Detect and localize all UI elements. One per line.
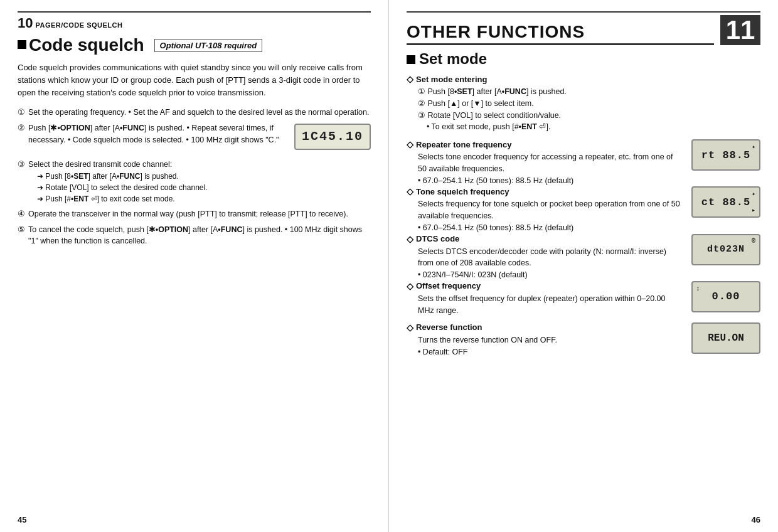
lcd-reverse: REU.ON bbox=[691, 322, 760, 354]
step-2: ② Push [✱•OPTION] after [A•FUNC] is push… bbox=[18, 122, 371, 155]
section-title-left: Code squelch bbox=[18, 35, 144, 55]
tone-squelch-text: ◇ Tone squelch frequency Selects frequen… bbox=[407, 186, 681, 233]
step-3-text: Select the desired transmit code channel… bbox=[28, 160, 172, 169]
set-mode-title: Set mode bbox=[407, 50, 760, 68]
step-3: ③ Select the desired transmit code chann… bbox=[18, 159, 371, 205]
dtcs-label: DTCS code bbox=[416, 234, 459, 243]
lcd-content-1: rt 88.5 bbox=[701, 149, 750, 161]
step-num-1: ① bbox=[18, 107, 26, 119]
step-2-content: Push [✱•OPTION] after [A•FUNC] is pushed… bbox=[28, 122, 371, 155]
intro-text: Code squelch provides communications wit… bbox=[18, 61, 371, 99]
page-num-left: 10 bbox=[18, 15, 33, 31]
page-footer-left: 45 bbox=[18, 515, 26, 524]
dtcs-text: ◇ DTCS code Selects DTCS encoder/decoder… bbox=[407, 234, 681, 281]
lcd-prefix-5: ↕ bbox=[696, 285, 701, 292]
offset-text: ◇ Offset frequency Sets the offset frequ… bbox=[407, 281, 681, 317]
set-mode-entering-body: ① Push [8•SET] after [A•FUNC] is pushed.… bbox=[418, 86, 760, 133]
step-5-content: To cancel the code squelch, push [✱•OPTI… bbox=[28, 224, 371, 248]
step-2-text: Push [✱•OPTION] after [A•FUNC] is pushed… bbox=[28, 124, 184, 132]
repeater-tone-text: ◇ Repeater tone frequency Selects tone e… bbox=[407, 139, 681, 186]
step-num-5: ⑤ bbox=[18, 224, 26, 236]
lcd-content-3: dt023N bbox=[707, 244, 745, 255]
reverse-note: • Default: OFF bbox=[418, 346, 681, 358]
offset-section: ◇ Offset frequency Sets the offset frequ… bbox=[407, 281, 760, 317]
offset-body: Sets the offset frequency for duplex (re… bbox=[418, 293, 681, 317]
diamond-icon-3: ◇ bbox=[407, 186, 413, 196]
right-page: OTHER FUNCTIONS 11 Set mode ◇ Set mode e… bbox=[389, 0, 778, 532]
lcd-blink-2: ▸ bbox=[752, 206, 756, 214]
step-2-row: ② Push [✱•OPTION] after [A•FUNC] is push… bbox=[18, 122, 371, 155]
repeater-tone-section: ◇ Repeater tone frequency Selects tone e… bbox=[407, 139, 760, 186]
tone-squelch-lcd-col: ✦ ▸ ct 88.5 bbox=[691, 186, 760, 223]
step-3-content: Select the desired transmit code channel… bbox=[28, 159, 208, 205]
sme-item-2: ② Push [▲] or [▼] to select item. bbox=[418, 98, 760, 110]
step-3-arrow-2: ➜ Rotate [VOL] to select the desired cod… bbox=[28, 182, 208, 193]
page-category: PAGER/CODE SQUELCH bbox=[35, 21, 122, 29]
chapter-title: OTHER FUNCTIONS bbox=[407, 22, 714, 45]
dtcs-note: • 023N/I–754N/I: 023N (default) bbox=[418, 269, 681, 281]
chapter-num-box: 11 bbox=[720, 15, 760, 45]
lcd-star-2: ✦ bbox=[752, 190, 756, 198]
top-rule-right bbox=[407, 11, 760, 13]
page-footer-right: 46 bbox=[752, 515, 760, 524]
diamond-icon-6: ◇ bbox=[407, 322, 413, 332]
dtcs-title: ◇ DTCS code bbox=[407, 234, 681, 244]
step-1: ① Set the operating frequency. • Set the… bbox=[18, 107, 371, 119]
diamond-icon-1: ◇ bbox=[407, 74, 413, 84]
tone-squelch-label: Tone squelch frequency bbox=[416, 187, 509, 196]
step-2-sub-3: • 100 MHz digit shows "C." bbox=[186, 136, 279, 144]
lcd-content-2: ct 88.5 bbox=[701, 196, 750, 208]
reverse-lcd-col: REU.ON bbox=[691, 322, 760, 359]
repeater-tone-body: Selects tone encoder frequency for acces… bbox=[418, 151, 681, 186]
dtcs-lcd-col: ® dt023N bbox=[691, 234, 760, 270]
lcd-dtcs: ® dt023N bbox=[691, 234, 760, 265]
top-rule-left bbox=[18, 11, 371, 13]
step-1-text: Set the operating frequency. bbox=[28, 108, 126, 117]
step-2-sub-2: • Code squelch mode is selected. bbox=[68, 136, 184, 144]
tone-squelch-body: Selects frequency for tone squelch or po… bbox=[418, 198, 681, 233]
tone-squelch-note: • 67.0–254.1 Hz (50 tones): 88.5 Hz (def… bbox=[418, 222, 681, 234]
repeater-tone-lcd-col: ✦ rt 88.5 bbox=[691, 139, 760, 176]
dtcs-section: ◇ DTCS code Selects DTCS encoder/decoder… bbox=[407, 234, 760, 281]
lcd-content-5: 0.00 bbox=[712, 290, 740, 302]
repeater-tone-title: ◇ Repeater tone frequency bbox=[407, 139, 681, 149]
tone-squelch-section: ◇ Tone squelch frequency Selects frequen… bbox=[407, 186, 760, 233]
section-title-row: Code squelch Optional UT-108 required bbox=[18, 35, 371, 55]
step-3-arrow-1: ➜ Push [8•SET] after [A•FUNC] is pushed. bbox=[28, 171, 208, 182]
step-5-text: To cancel the code squelch, push [✱•OPTI… bbox=[28, 225, 282, 234]
lcd-tone-squelch: ✦ ▸ ct 88.5 bbox=[691, 186, 760, 218]
dtcs-body: Selects DTCS encoder/decoder code with p… bbox=[418, 246, 681, 281]
step-3-arrow-3: ➜ Push [#•ENT ⏎] to exit code set mode. bbox=[28, 193, 208, 205]
set-mode-entering-section: ◇ Set mode entering ① Push [8•SET] after… bbox=[407, 74, 760, 133]
lcd-content-6: REU.ON bbox=[708, 332, 744, 344]
diamond-icon-2: ◇ bbox=[407, 139, 413, 149]
black-square-icon bbox=[18, 40, 26, 49]
optional-badge: Optional UT-108 required bbox=[154, 39, 263, 52]
sme-item-4: • To exit set mode, push [#•ENT ⏎]. bbox=[418, 121, 760, 133]
step-4-content: Operate the transceiver in the normal wa… bbox=[28, 208, 348, 220]
lcd-star-3: ® bbox=[752, 238, 756, 245]
step-4-text: Operate the transceiver in the normal wa… bbox=[28, 210, 348, 218]
step-num-4: ④ bbox=[18, 208, 26, 220]
step-num-3: ③ bbox=[18, 159, 26, 171]
sme-item-3: ③ Rotate [VOL] to select condition/value… bbox=[418, 110, 760, 122]
step-1-content: Set the operating frequency. • Set the A… bbox=[28, 107, 369, 119]
reverse-section: ◇ Reverse function Turns the reverse fun… bbox=[407, 322, 760, 359]
repeater-tone-label: Repeater tone frequency bbox=[416, 140, 511, 149]
offset-title: ◇ Offset frequency bbox=[407, 281, 681, 291]
step-num-2: ② bbox=[18, 122, 26, 134]
reverse-label: Reverse function bbox=[416, 322, 482, 332]
reverse-body: Turns the reverse function ON and OFF. •… bbox=[418, 334, 681, 358]
chapter-header: OTHER FUNCTIONS 11 bbox=[407, 15, 760, 45]
step-1-sub-1: • Set the AF and squelch to the desired … bbox=[129, 108, 370, 117]
black-square-icon-right bbox=[407, 55, 415, 64]
reverse-text: ◇ Reverse function Turns the reverse fun… bbox=[407, 322, 681, 358]
tone-squelch-title: ◇ Tone squelch frequency bbox=[407, 186, 681, 196]
reverse-title: ◇ Reverse function bbox=[407, 322, 681, 332]
lcd-offset: ↕ 0.00 bbox=[691, 281, 760, 312]
step-5: ⑤ To cancel the code squelch, push [✱•OP… bbox=[18, 224, 371, 248]
lcd-repeater-tone: ✦ rt 88.5 bbox=[691, 139, 760, 171]
offset-lcd-col: ↕ 0.00 bbox=[691, 281, 760, 317]
lcd-star-1: ✦ bbox=[752, 143, 756, 151]
left-page: 10 PAGER/CODE SQUELCH Code squelch Optio… bbox=[0, 0, 389, 532]
